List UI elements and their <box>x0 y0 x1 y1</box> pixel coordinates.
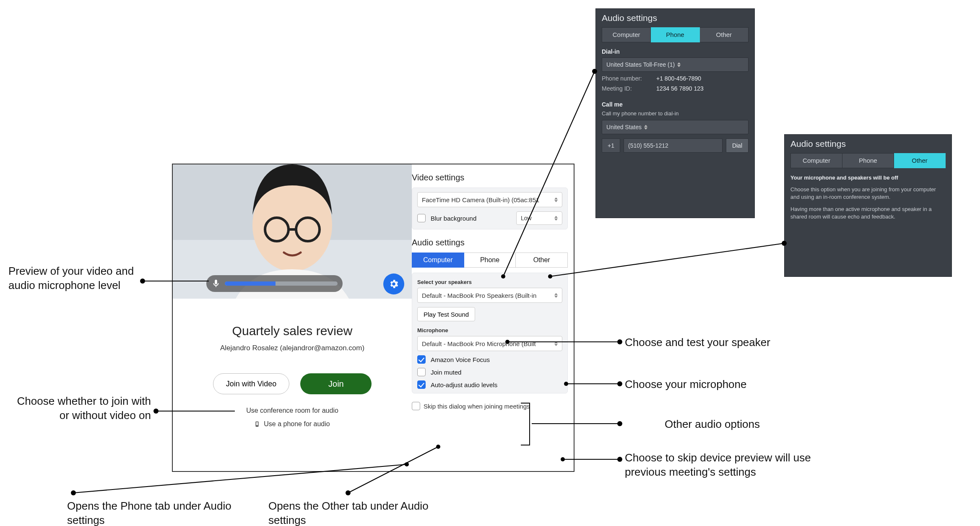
speakers-label: Select your speakers <box>417 279 562 285</box>
play-test-sound-button[interactable]: Play Test Sound <box>417 307 475 321</box>
stepper-icon <box>554 341 558 346</box>
other-p2: Having more than one active microphone a… <box>790 206 946 221</box>
blur-level-value: Low <box>521 215 552 221</box>
video-settings-heading: Video settings <box>412 173 568 182</box>
camera-preview <box>173 164 412 299</box>
voice-focus-label: Amazon Voice Focus <box>431 356 490 363</box>
right-pane: Video settings FaceTime HD Camera (Built… <box>412 164 575 471</box>
join-muted-label: Join muted <box>431 369 461 376</box>
callout-speaker: Choose and test your speaker <box>625 336 770 350</box>
speaker-select-value: Default - MacBook Pro Speakers (Built-in <box>422 292 552 299</box>
audio-settings-panel: Select your speakers Default - MacBook P… <box>412 273 568 393</box>
meeting-organizer: Alejandro Rosalez (alejandror@amazon.com… <box>173 344 412 352</box>
stepper-icon <box>554 293 558 298</box>
camera-select-value: FaceTime HD Camera (Built-in) (05ac:851 <box>422 196 552 203</box>
tab-computer[interactable]: Computer <box>412 253 464 268</box>
callme-sub: Call my phone number to dial-in <box>602 110 749 117</box>
callme-country-select[interactable]: United States <box>602 120 749 134</box>
country-code-input[interactable]: +1 <box>602 138 620 153</box>
join-button[interactable]: Join <box>300 373 372 394</box>
microphone-icon <box>211 279 221 288</box>
other-bold-note: Your microphone and speakers will be off <box>790 174 946 182</box>
dtab-phone[interactable]: Phone <box>842 153 894 168</box>
dtab-computer[interactable]: Computer <box>602 27 651 42</box>
svg-point-29 <box>617 421 622 426</box>
use-phone-link[interactable]: Use a phone for audio <box>255 420 330 428</box>
svg-point-25 <box>617 381 622 386</box>
dtab-other[interactable]: Other <box>700 27 749 42</box>
svg-point-30 <box>617 457 622 462</box>
device-preview-dialog: Quartely sales review Alejandro Rosalez … <box>172 164 574 472</box>
svg-point-22 <box>617 339 622 344</box>
tab-other[interactable]: Other <box>516 253 568 268</box>
meeting-id-key: Meeting ID: <box>602 85 656 92</box>
use-phone-link-label: Use a phone for audio <box>264 420 330 428</box>
join-muted-checkbox[interactable] <box>417 368 426 376</box>
other-p1: Choose this option when you are joining … <box>790 186 946 201</box>
stepper-icon <box>554 198 558 202</box>
auto-adjust-label: Auto-adjust audio levels <box>431 381 497 388</box>
stepper-icon <box>554 216 558 221</box>
join-with-video-button[interactable]: Join with Video <box>213 373 290 394</box>
options-bracket <box>521 403 530 445</box>
dialin-heading: Dial-in <box>602 48 749 55</box>
mic-level-track <box>225 281 338 286</box>
gear-icon <box>388 279 399 289</box>
callout-opts: Other audio options <box>665 417 760 432</box>
blur-checkbox[interactable] <box>417 214 426 222</box>
tab-phone[interactable]: Phone <box>464 253 516 268</box>
phone-number-input[interactable]: (510) 555-1212 <box>624 138 723 153</box>
voice-focus-checkbox[interactable] <box>417 355 426 364</box>
audio-settings-heading: Audio settings <box>412 238 568 247</box>
camera-select[interactable]: FaceTime HD Camera (Built-in) (05ac:851 <box>417 192 562 207</box>
stepper-icon <box>677 62 681 67</box>
dialin-country-select[interactable]: United States Toll-Free (1) <box>602 57 749 72</box>
dtab-phone[interactable]: Phone <box>651 27 699 42</box>
panel-title: Audio settings <box>602 13 749 23</box>
callout-phone-tab: Opens the Phone tab under Audio settings <box>67 499 243 526</box>
skip-dialog-checkbox[interactable] <box>412 402 420 410</box>
phone-icon <box>255 421 261 427</box>
skip-dialog-label: Skip this dialog when joining meetings <box>424 403 530 410</box>
settings-button[interactable] <box>383 273 404 294</box>
use-conference-room-link[interactable]: Use conference room for audio <box>173 407 412 414</box>
auto-adjust-checkbox[interactable] <box>417 380 426 389</box>
meeting-id-value: 1234 56 7890 123 <box>656 85 704 92</box>
blur-label: Blur background <box>431 215 476 222</box>
panel-title: Audio settings <box>790 139 946 149</box>
dtab-computer[interactable]: Computer <box>790 153 842 168</box>
phone-number-value: +1 800-456-7890 <box>656 75 701 82</box>
svg-point-8 <box>153 409 159 414</box>
dtab-other[interactable]: Other <box>894 153 946 168</box>
svg-line-20 <box>550 243 784 276</box>
microphone-select[interactable]: Default - MacBook Pro Microphone (Built <box>417 336 562 351</box>
callout-join-choice: Choose whether to join with or without v… <box>17 394 151 423</box>
dialin-country-value: United States Toll-Free (1) <box>606 61 675 68</box>
callout-mic: Choose your microphone <box>625 378 747 392</box>
audio-tabs: Computer Phone Other <box>412 253 568 268</box>
callout-other-tab: Opens the Other tab under Audio settings <box>268 499 445 526</box>
audio-settings-other-panel: Audio settings Computer Phone Other Your… <box>784 134 952 277</box>
microphone-label: Microphone <box>417 327 562 333</box>
callme-country-value: United States <box>606 124 642 130</box>
svg-point-13 <box>346 490 351 495</box>
stepper-icon <box>644 125 647 130</box>
audio-settings-phone-panel: Audio settings Computer Phone Other Dial… <box>595 8 755 218</box>
phone-number-key: Phone number: <box>602 75 656 82</box>
meeting-title: Quartely sales review <box>173 324 412 338</box>
mic-level-bar <box>206 275 343 292</box>
dial-button[interactable]: Dial <box>726 138 749 153</box>
microphone-select-value: Default - MacBook Pro Microphone (Built <box>422 340 552 347</box>
callme-heading: Call me <box>602 101 749 108</box>
speaker-select[interactable]: Default - MacBook Pro Speakers (Built-in <box>417 288 562 303</box>
left-pane: Quartely sales review Alejandro Rosalez … <box>173 164 412 471</box>
blur-level-select[interactable]: Low <box>516 211 562 225</box>
video-settings-panel: FaceTime HD Camera (Built-in) (05ac:851 … <box>412 187 568 229</box>
svg-point-10 <box>71 490 76 495</box>
callout-skip: Choose to skip device preview will use p… <box>625 451 851 479</box>
callout-preview: Preview of your video and audio micropho… <box>8 264 151 293</box>
